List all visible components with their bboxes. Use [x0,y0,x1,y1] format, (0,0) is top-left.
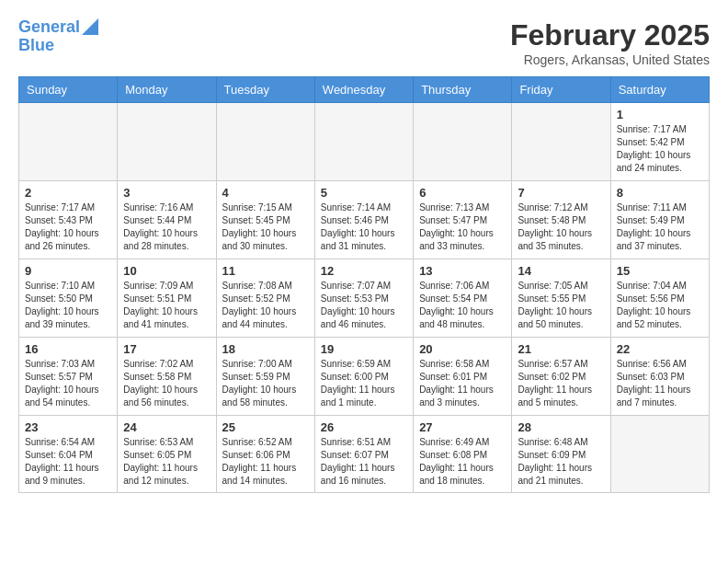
day-info: Sunrise: 7:06 AMSunset: 5:54 PMDaylight:… [419,280,506,331]
svg-marker-0 [82,18,98,35]
day-info: Sunrise: 7:04 AMSunset: 5:56 PMDaylight:… [617,280,703,331]
day-info: Sunrise: 7:15 AMSunset: 5:45 PMDaylight:… [222,201,309,253]
calendar-cell: 22Sunrise: 6:56 AMSunset: 6:03 PMDayligh… [610,338,709,416]
day-number: 17 [123,342,210,356]
calendar-cell: 16Sunrise: 7:03 AMSunset: 5:57 PMDayligh… [19,338,118,416]
day-number: 25 [222,420,309,434]
day-info: Sunrise: 7:08 AMSunset: 5:52 PMDaylight:… [222,280,309,331]
day-number: 4 [222,186,309,200]
day-info: Sunrise: 6:59 AMSunset: 6:00 PMDaylight:… [321,358,407,409]
day-info: Sunrise: 6:54 AMSunset: 6:04 PMDaylight:… [25,436,111,488]
day-number: 9 [25,264,111,278]
day-number: 19 [321,342,407,356]
calendar-cell: 4Sunrise: 7:15 AMSunset: 5:45 PMDaylight… [216,181,314,259]
day-info: Sunrise: 7:17 AMSunset: 5:43 PMDaylight:… [25,201,111,253]
day-info: Sunrise: 7:17 AMSunset: 5:42 PMDaylight:… [617,123,703,175]
day-number: 10 [123,264,210,278]
day-info: Sunrise: 7:05 AMSunset: 5:55 PMDaylight:… [518,280,604,331]
day-number: 24 [123,420,210,434]
day-number: 8 [617,186,703,200]
logo-text-blue: Blue [18,37,54,55]
day-number: 28 [518,420,604,434]
day-info: Sunrise: 7:09 AMSunset: 5:51 PMDaylight:… [123,280,210,331]
calendar-cell: 13Sunrise: 7:06 AMSunset: 5:54 PMDayligh… [414,259,512,338]
calendar-cell: 6Sunrise: 7:13 AMSunset: 5:47 PMDaylight… [414,181,512,259]
day-info: Sunrise: 6:51 AMSunset: 6:07 PMDaylight:… [321,436,407,488]
day-info: Sunrise: 6:49 AMSunset: 6:08 PMDaylight:… [419,436,506,488]
day-info: Sunrise: 7:13 AMSunset: 5:47 PMDaylight:… [419,201,506,253]
day-number: 2 [25,186,111,200]
weekday-header: Thursday [414,77,512,103]
day-info: Sunrise: 6:56 AMSunset: 6:03 PMDaylight:… [617,358,703,409]
calendar-cell: 10Sunrise: 7:09 AMSunset: 5:51 PMDayligh… [118,259,216,338]
calendar-cell [512,103,610,181]
weekday-header: Wednesday [314,77,413,103]
month-title: February 2025 [510,18,710,52]
calendar-cell: 8Sunrise: 7:11 AMSunset: 5:49 PMDaylight… [610,181,709,259]
calendar-cell: 2Sunrise: 7:17 AMSunset: 5:43 PMDaylight… [19,181,118,259]
calendar-cell: 25Sunrise: 6:52 AMSunset: 6:06 PMDayligh… [216,416,314,493]
day-number: 1 [617,108,703,121]
day-info: Sunrise: 7:02 AMSunset: 5:58 PMDaylight:… [123,358,210,409]
calendar-cell [118,103,216,181]
calendar-cell: 24Sunrise: 6:53 AMSunset: 6:05 PMDayligh… [118,416,216,493]
calendar-cell [216,103,314,181]
calendar-cell: 26Sunrise: 6:51 AMSunset: 6:07 PMDayligh… [314,416,413,493]
calendar-cell [19,103,118,181]
day-info: Sunrise: 7:10 AMSunset: 5:50 PMDaylight:… [25,280,111,331]
calendar-cell: 23Sunrise: 6:54 AMSunset: 6:04 PMDayligh… [19,416,118,493]
calendar-week-row: 1Sunrise: 7:17 AMSunset: 5:42 PMDaylight… [19,103,710,181]
day-info: Sunrise: 7:03 AMSunset: 5:57 PMDaylight:… [25,358,111,409]
calendar-cell: 14Sunrise: 7:05 AMSunset: 5:55 PMDayligh… [512,259,610,338]
page-header: General Blue February 2025 Rogers, Arkan… [18,18,710,67]
day-number: 22 [617,342,703,356]
calendar-week-row: 2Sunrise: 7:17 AMSunset: 5:43 PMDaylight… [19,181,710,259]
weekday-header: Sunday [19,77,118,103]
calendar-cell [610,416,709,493]
calendar-cell: 11Sunrise: 7:08 AMSunset: 5:52 PMDayligh… [216,259,314,338]
weekday-header: Saturday [610,77,709,103]
day-info: Sunrise: 6:58 AMSunset: 6:01 PMDaylight:… [419,358,506,409]
calendar-cell: 12Sunrise: 7:07 AMSunset: 5:53 PMDayligh… [314,259,413,338]
day-info: Sunrise: 7:11 AMSunset: 5:49 PMDaylight:… [617,201,703,253]
day-info: Sunrise: 6:52 AMSunset: 6:06 PMDaylight:… [222,436,309,488]
day-number: 15 [617,264,703,278]
calendar-cell: 18Sunrise: 7:00 AMSunset: 5:59 PMDayligh… [216,338,314,416]
day-number: 16 [25,342,111,356]
calendar-cell: 3Sunrise: 7:16 AMSunset: 5:44 PMDaylight… [118,181,216,259]
calendar-week-row: 16Sunrise: 7:03 AMSunset: 5:57 PMDayligh… [19,338,710,416]
day-info: Sunrise: 6:57 AMSunset: 6:02 PMDaylight:… [518,358,604,409]
day-number: 27 [419,420,506,434]
calendar-cell: 21Sunrise: 6:57 AMSunset: 6:02 PMDayligh… [512,338,610,416]
weekday-header: Monday [118,77,216,103]
day-number: 11 [222,264,309,278]
calendar-cell: 17Sunrise: 7:02 AMSunset: 5:58 PMDayligh… [118,338,216,416]
weekday-header-row: SundayMondayTuesdayWednesdayThursdayFrid… [19,77,710,103]
day-number: 6 [419,186,506,200]
calendar: SundayMondayTuesdayWednesdayThursdayFrid… [18,76,710,493]
logo: General Blue [18,18,98,55]
calendar-cell: 7Sunrise: 7:12 AMSunset: 5:48 PMDaylight… [512,181,610,259]
day-number: 5 [321,186,407,200]
day-info: Sunrise: 7:12 AMSunset: 5:48 PMDaylight:… [518,201,604,253]
calendar-cell [314,103,413,181]
logo-text: General [18,18,80,37]
day-info: Sunrise: 7:07 AMSunset: 5:53 PMDaylight:… [321,280,407,331]
logo-triangle-icon [82,18,98,35]
calendar-cell: 9Sunrise: 7:10 AMSunset: 5:50 PMDaylight… [19,259,118,338]
calendar-cell: 19Sunrise: 6:59 AMSunset: 6:00 PMDayligh… [314,338,413,416]
location: Rogers, Arkansas, United States [510,52,710,67]
title-area: February 2025 Rogers, Arkansas, United S… [510,18,710,67]
day-info: Sunrise: 6:48 AMSunset: 6:09 PMDaylight:… [518,436,604,488]
calendar-cell: 15Sunrise: 7:04 AMSunset: 5:56 PMDayligh… [610,259,709,338]
day-info: Sunrise: 6:53 AMSunset: 6:05 PMDaylight:… [123,436,210,488]
calendar-cell: 28Sunrise: 6:48 AMSunset: 6:09 PMDayligh… [512,416,610,493]
day-number: 3 [123,186,210,200]
day-number: 13 [419,264,506,278]
calendar-week-row: 23Sunrise: 6:54 AMSunset: 6:04 PMDayligh… [19,416,710,493]
calendar-cell: 27Sunrise: 6:49 AMSunset: 6:08 PMDayligh… [414,416,512,493]
day-info: Sunrise: 7:00 AMSunset: 5:59 PMDaylight:… [222,358,309,409]
calendar-week-row: 9Sunrise: 7:10 AMSunset: 5:50 PMDaylight… [19,259,710,338]
day-number: 12 [321,264,407,278]
day-number: 23 [25,420,111,434]
